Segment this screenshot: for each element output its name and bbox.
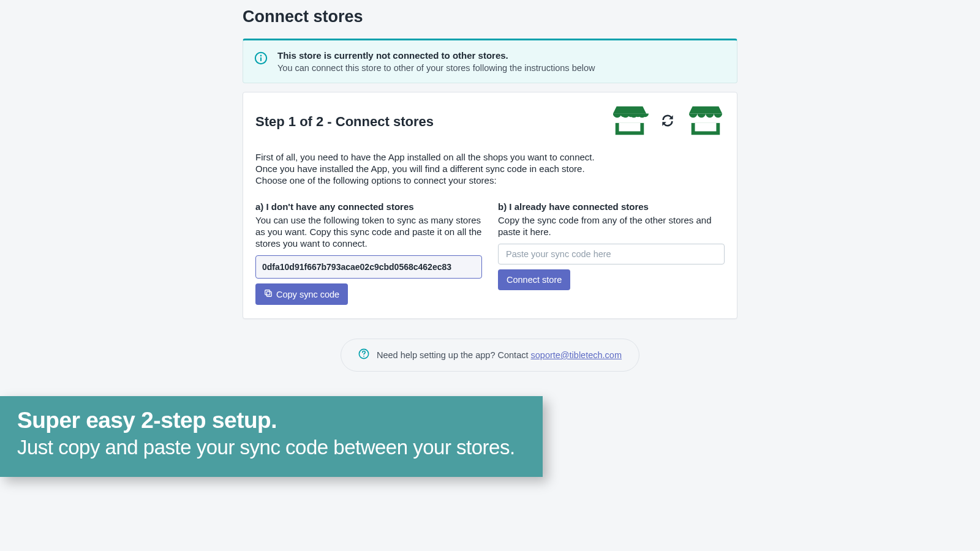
connect-button-label: Connect store xyxy=(507,275,562,285)
intro-line: Choose one of the following options to c… xyxy=(255,174,725,186)
option-b-heading: b) I already have connected stores xyxy=(498,201,725,212)
option-b: b) I already have connected stores Copy … xyxy=(498,201,725,305)
step-card: Step 1 of 2 - Connect stores xyxy=(243,92,737,319)
option-a-heading: a) I don't have any connected stores xyxy=(255,201,482,212)
svg-point-1 xyxy=(260,55,262,57)
connect-store-button[interactable]: Connect store xyxy=(498,269,570,290)
step-heading: Step 1 of 2 - Connect stores xyxy=(255,114,434,130)
svg-rect-6 xyxy=(695,123,717,132)
help-pill: Need help setting up the app? Contact so… xyxy=(341,339,639,372)
help-text: Need help setting up the app? Contact xyxy=(377,350,531,360)
info-banner: This store is currently not connected to… xyxy=(243,39,737,83)
option-a-text: You can use the following token to sync … xyxy=(255,214,482,250)
copy-button-label: Copy sync code xyxy=(276,290,339,299)
promo-line2: Just copy and paste your sync code betwe… xyxy=(17,434,526,462)
page-title: Connect stores xyxy=(243,7,737,26)
store-icon xyxy=(611,105,649,139)
svg-rect-2 xyxy=(260,58,262,61)
help-icon xyxy=(358,348,369,362)
promo-line1: Super easy 2-step setup. xyxy=(17,407,526,434)
sync-code-input[interactable] xyxy=(498,244,725,264)
option-a: a) I don't have any connected stores You… xyxy=(255,201,482,305)
alert-text: You can connect this store to other of y… xyxy=(277,63,595,73)
store-sync-illustration xyxy=(611,105,725,139)
svg-rect-4 xyxy=(619,123,641,132)
option-b-text: Copy the sync code from any of the other… xyxy=(498,214,725,238)
info-icon xyxy=(254,51,268,65)
intro-line: First of all, you need to have the App i… xyxy=(255,151,725,163)
step-intro: First of all, you need to have the App i… xyxy=(255,151,725,187)
svg-rect-8 xyxy=(265,290,270,295)
help-email-link[interactable]: soporte@tibletech.com xyxy=(531,350,622,360)
copy-sync-code-button[interactable]: Copy sync code xyxy=(255,283,348,305)
sync-code-display: 0dfa10d91f667b793acae02c9cbd0568c462ec83 xyxy=(255,255,482,279)
promo-banner: Super easy 2-step setup. Just copy and p… xyxy=(0,396,543,477)
svg-rect-7 xyxy=(266,292,271,297)
sync-icon xyxy=(660,113,676,131)
store-icon xyxy=(687,105,725,139)
alert-title: This store is currently not connected to… xyxy=(277,50,595,61)
intro-line: Once you have installed the App, you wil… xyxy=(255,163,725,174)
copy-icon xyxy=(264,289,273,299)
svg-point-10 xyxy=(363,356,364,357)
